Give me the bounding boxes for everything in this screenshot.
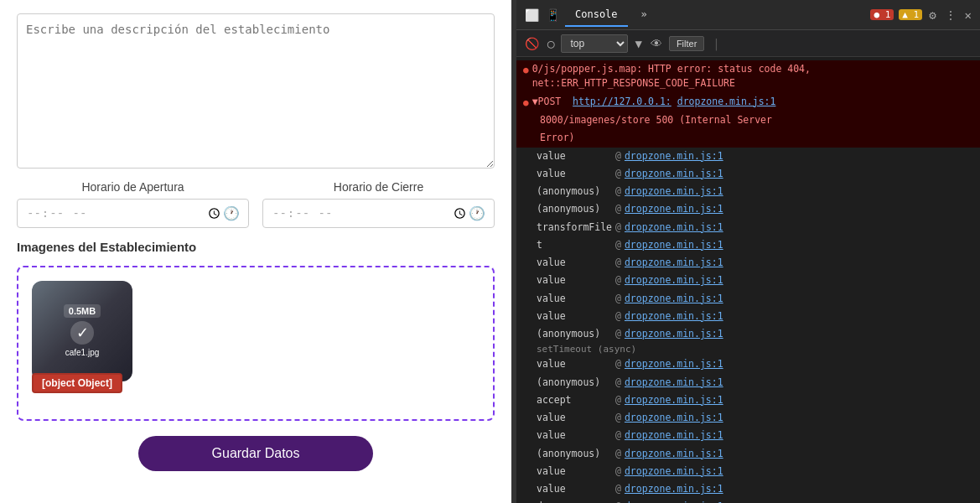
eye-icon[interactable]: 👁: [649, 35, 664, 52]
trace-value-2: value @ dropzone.min.js:1: [516, 165, 980, 183]
trace-link-12[interactable]: dropzone.min.js:1: [625, 357, 723, 371]
schedule-open-wrapper[interactable]: 🕐: [17, 199, 249, 228]
trace-link-10[interactable]: dropzone.min.js:1: [625, 309, 723, 324]
trace-link-8[interactable]: dropzone.min.js:1: [625, 273, 723, 288]
trace-link-3[interactable]: dropzone.min.js:1: [625, 184, 723, 199]
console-error-1: ● 0/js/popper.js.map: HTTP error: status…: [516, 60, 980, 93]
trace-accept: accept @ dropzone.min.js:1: [516, 392, 980, 409]
trace-link-2[interactable]: dropzone.min.js:1: [625, 167, 723, 181]
trace-anonymous-2: (anonymous) @ dropzone.min.js:1: [516, 200, 980, 218]
trace-value-9: value @ dropzone.min.js:1: [516, 427, 980, 444]
trace-anonymous-1: (anonymous) @ dropzone.min.js:1: [516, 183, 980, 200]
warn-badge-count: ▲ 1: [899, 9, 922, 20]
trace-link-1[interactable]: dropzone.min.js:1: [625, 149, 723, 163]
more-icon[interactable]: ⋮: [943, 7, 958, 23]
trace-t: t @ dropzone.min.js:1: [516, 236, 980, 254]
images-section-title: Imagenes del Establecimiento: [17, 240, 495, 254]
post-label: ▼POST: [532, 95, 573, 109]
filter-button[interactable]: Filter: [669, 36, 704, 51]
schedule-close-input[interactable]: [272, 205, 469, 222]
async-separator: setTimeout (async): [516, 343, 980, 355]
trace-link-20[interactable]: dropzone.min.js:1: [625, 500, 723, 503]
context-dropdown[interactable]: top: [561, 34, 628, 53]
schedule-open-input[interactable]: [26, 205, 223, 222]
file-size-badge: 0.5MB: [64, 304, 101, 318]
close-icon[interactable]: ✕: [963, 7, 973, 23]
trace-transformfile: transformFile @ dropzone.min.js:1: [516, 219, 980, 236]
error-dot-icon-2: ●: [523, 96, 529, 111]
trace-link-17[interactable]: dropzone.min.js:1: [625, 447, 723, 461]
error-badge-count: ● 1: [870, 9, 894, 20]
trace-value-8: value @ dropzone.min.js:1: [516, 409, 980, 427]
tab-more[interactable]: »: [631, 3, 657, 27]
dropzone-link-1[interactable]: dropzone.min.js:1: [677, 95, 776, 109]
image-overlay: 0.5MB ✓ cafe1.jpg: [32, 281, 132, 381]
left-panel: Horario de Apertura 🕐 Horario de Cierre …: [0, 0, 511, 503]
trace-anonymous-3: (anonymous) @ dropzone.min.js:1: [516, 325, 980, 343]
schedule-close-label: Horario de Cierre: [262, 180, 495, 194]
server-error-text: Error): [540, 131, 575, 145]
devtools-toolbar: 🚫 ◯ top ▼ 👁 Filter |: [516, 30, 980, 57]
settings-icon[interactable]: ⚙: [927, 7, 937, 23]
post-url-link[interactable]: http://127.0.0.1:: [573, 95, 671, 109]
trace-link-15[interactable]: dropzone.min.js:1: [625, 411, 723, 425]
inspect-icon[interactable]: ⬜: [523, 7, 541, 23]
save-button[interactable]: Guardar Datos: [138, 436, 373, 471]
dropdown-arrow-icon[interactable]: ▼: [633, 35, 643, 52]
console-post-error-end: Error): [516, 129, 980, 147]
post-path: [671, 95, 677, 109]
console-post-error: ● ▼POST http://127.0.0.1: dropzone.min.j…: [516, 93, 980, 112]
post-full-path: 8000/imagenes/store 500 (Internal Server: [540, 113, 772, 127]
schedule-close-wrapper[interactable]: 🕐: [262, 199, 495, 228]
devtools-console: ● 0/js/popper.js.map: HTTP error: status…: [516, 57, 980, 503]
trace-value-10: value @ dropzone.min.js:1: [516, 463, 980, 480]
trace-value-5: value @ dropzone.min.js:1: [516, 290, 980, 308]
trace-value-3: value @ dropzone.min.js:1: [516, 254, 980, 272]
error-badge: [object Object]: [32, 373, 122, 393]
error-dot-icon: ●: [523, 64, 529, 78]
trace-link-13[interactable]: dropzone.min.js:1: [625, 376, 723, 390]
file-name-label: cafe1.jpg: [65, 348, 100, 357]
trace-link-11[interactable]: dropzone.min.js:1: [625, 327, 723, 341]
clock-icon-close[interactable]: 🕐: [469, 205, 485, 221]
trace-value-11: value @ dropzone.min.js:1: [516, 480, 980, 498]
trace-link-4[interactable]: dropzone.min.js:1: [625, 202, 723, 216]
description-textarea[interactable]: [17, 13, 495, 169]
trace-drop: drop @ dropzone.min.js:1: [516, 498, 980, 503]
trace-anonymous-5: (anonymous) @ dropzone.min.js:1: [516, 445, 980, 463]
trace-link-19[interactable]: dropzone.min.js:1: [625, 482, 723, 496]
schedule-section: Horario de Apertura 🕐 Horario de Cierre …: [17, 180, 495, 228]
trace-anonymous-4: (anonymous) @ dropzone.min.js:1: [516, 374, 980, 392]
trace-link-6[interactable]: dropzone.min.js:1: [625, 238, 723, 252]
trace-link-14[interactable]: dropzone.min.js:1: [625, 393, 723, 407]
tab-console[interactable]: Console: [565, 3, 628, 27]
device-icon[interactable]: 📱: [544, 7, 562, 23]
schedule-open-field: Horario de Apertura 🕐: [17, 180, 249, 228]
devtools-topbar: ⬜ 📱 Console » ● 1 ▲ 1 ⚙ ⋮ ✕: [516, 0, 980, 30]
filter-icon[interactable]: ◯: [546, 35, 556, 52]
divider-icon: |: [711, 35, 721, 52]
clock-icon-open[interactable]: 🕐: [223, 205, 240, 221]
trace-link-5[interactable]: dropzone.min.js:1: [625, 220, 723, 235]
schedule-close-field: Horario de Cierre 🕐: [262, 180, 495, 228]
trace-link-16[interactable]: dropzone.min.js:1: [625, 428, 723, 443]
trace-value-1: value @ dropzone.min.js:1: [516, 148, 980, 165]
trace-value-7: value @ dropzone.min.js:1: [516, 355, 980, 373]
clear-icon[interactable]: 🚫: [523, 35, 541, 52]
console-post-path: 8000/imagenes/store 500 (Internal Server: [516, 111, 980, 129]
devtools-panel: ⬜ 📱 Console » ● 1 ▲ 1 ⚙ ⋮ ✕ 🚫 ◯ top ▼ 👁 …: [516, 0, 980, 503]
trace-value-6: value @ dropzone.min.js:1: [516, 308, 980, 325]
devtools-icon-group: ● 1 ▲ 1 ⚙ ⋮ ✕: [870, 7, 973, 23]
console-error-text-1: 0/js/popper.js.map: HTTP error: status c…: [532, 62, 811, 91]
trace-link-18[interactable]: dropzone.min.js:1: [625, 464, 723, 479]
delete-image-button[interactable]: ✓: [70, 321, 94, 345]
trace-link-9[interactable]: dropzone.min.js:1: [625, 292, 723, 306]
image-preview-wrapper: 0.5MB ✓ cafe1.jpg [object Object]: [32, 281, 132, 381]
schedule-open-label: Horario de Apertura: [17, 180, 249, 194]
trace-value-4: value @ dropzone.min.js:1: [516, 272, 980, 289]
trace-link-7[interactable]: dropzone.min.js:1: [625, 256, 723, 270]
dropzone[interactable]: 0.5MB ✓ cafe1.jpg [object Object]: [17, 266, 495, 421]
image-preview: 0.5MB ✓ cafe1.jpg: [32, 281, 132, 381]
